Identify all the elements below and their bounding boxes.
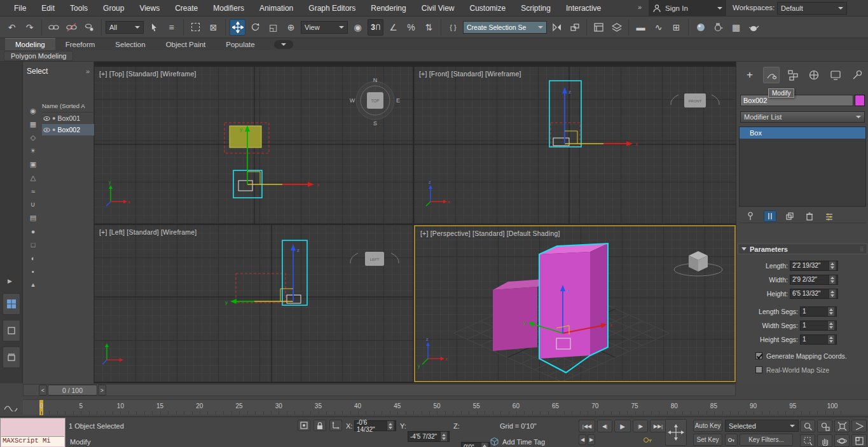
workspace-dropdown[interactable]: Default	[777, 2, 847, 15]
material-editor-icon[interactable]	[692, 19, 708, 36]
z-coord-field[interactable]: 0'0"	[461, 442, 490, 447]
column-header-name[interactable]: Name (Sorted A	[42, 102, 94, 113]
pan-icon[interactable]	[817, 434, 832, 447]
select-and-link-icon[interactable]	[46, 19, 62, 36]
pin-stack-icon[interactable]	[744, 210, 757, 222]
menu-file[interactable]: File	[6, 0, 34, 17]
menu-group[interactable]: Group	[95, 0, 132, 17]
tab-selection[interactable]: Selection	[105, 38, 155, 50]
polygon-modeling-panel[interactable]: Polygon Modeling	[4, 51, 73, 61]
angle-snap-icon[interactable]: ∠	[385, 19, 401, 36]
list-item-box002-selected[interactable]: ● Box002	[42, 124, 94, 135]
viewport-left-label[interactable]: [+] [Left] [Standard] [Wireframe]	[99, 228, 196, 236]
create-tab-icon[interactable]: +	[741, 67, 758, 83]
height-segs-field[interactable]: 1	[800, 334, 837, 345]
real-world-map-size-checkbox[interactable]	[755, 366, 762, 373]
rendered-frame-window-icon[interactable]: ▦	[728, 19, 744, 36]
maximize-viewport-toggle-icon[interactable]	[851, 434, 867, 447]
viewport-top[interactable]: [+] [Top] [Standard] [Wireframe] x y TOP…	[94, 67, 413, 224]
keyable-icon[interactable]	[725, 434, 738, 446]
width-segs-spinner[interactable]	[827, 321, 834, 330]
remove-modifier-icon[interactable]	[803, 210, 816, 222]
display-helpers-icon[interactable]: △	[27, 172, 39, 184]
display-tab-icon[interactable]	[827, 67, 844, 83]
display-xrefs-icon[interactable]: □	[27, 238, 39, 251]
select-and-rotate-icon[interactable]	[247, 19, 263, 36]
toggle-scene-explorer-icon[interactable]	[591, 19, 607, 36]
motion-tab-icon[interactable]	[806, 67, 823, 83]
configure-modifier-sets-icon[interactable]	[823, 210, 836, 222]
maxscript-mini-listener[interactable]: MAXScript Mi	[0, 418, 65, 447]
open-mini-curve-editor-icon[interactable]	[1, 401, 20, 413]
undo-button[interactable]: ↶	[4, 19, 20, 36]
display-spacewarps-icon[interactable]: ≈	[27, 185, 39, 197]
menu-interactive[interactable]: Interactive	[558, 0, 609, 17]
time-configuration-icon[interactable]	[642, 436, 652, 444]
toggle-ribbon-icon[interactable]: ▬	[633, 19, 649, 36]
viewport-front[interactable]: [+] [Front] [Standard] [Wireframe] x z F…	[414, 67, 736, 224]
scene-explorer-collapse[interactable]: »	[86, 67, 90, 75]
key-selection-dropdown[interactable]: Selected	[725, 420, 799, 432]
object-name-field[interactable]: Box002	[740, 95, 853, 106]
tab-freeform[interactable]: Freeform	[55, 38, 106, 50]
display-bones-icon[interactable]: ∪	[27, 198, 39, 210]
previous-frame-button[interactable]: ◀|	[597, 420, 612, 432]
percent-snap-icon[interactable]: %	[403, 19, 419, 36]
width-field[interactable]: 2'9 2/32"	[790, 275, 838, 285]
time-slider-handle[interactable]: 0 / 100	[48, 385, 97, 395]
add-time-tag-button[interactable]: Add Time Tag	[502, 438, 545, 446]
select-object-icon[interactable]	[146, 19, 162, 36]
viewport-perspective-active[interactable]: [+] [Perspective] [Standard] [Default Sh…	[414, 225, 736, 382]
y-coord-field[interactable]: -4'5 7/32"	[408, 431, 450, 442]
hierarchy-tab-icon[interactable]	[785, 67, 801, 83]
set-key-mode-button[interactable]	[665, 419, 687, 446]
zoom-icon[interactable]	[800, 420, 815, 432]
display-half-icon[interactable]: ◐	[27, 252, 39, 264]
reference-coordinate-dropdown[interactable]: View	[301, 21, 348, 34]
go-to-end-button[interactable]: ▶▶|	[650, 420, 666, 432]
redo-button[interactable]: ↷	[22, 19, 38, 36]
utilities-tab-icon[interactable]	[849, 67, 865, 83]
width-spinner[interactable]	[829, 275, 836, 284]
display-cameras-icon[interactable]: ▣	[27, 158, 39, 170]
length-field[interactable]: 2'2 19/32"	[790, 261, 838, 271]
menu-customize[interactable]: Customize	[462, 0, 514, 17]
selection-lock-icon[interactable]	[313, 420, 326, 431]
select-and-move-button[interactable]	[230, 19, 245, 36]
generate-mapping-coords-checkbox[interactable]	[755, 352, 762, 359]
track-bar[interactable]: 0510152025303540455055606570758085909510…	[23, 399, 868, 415]
modifier-list-dropdown[interactable]: Modifier List	[740, 111, 865, 123]
menu-edit[interactable]: Edit	[34, 0, 62, 17]
dock-button-2[interactable]	[3, 320, 20, 341]
play-button[interactable]: ▶	[614, 420, 631, 432]
field-of-view-icon[interactable]	[851, 420, 867, 432]
time-slider-prev-arrow[interactable]: <	[39, 385, 47, 395]
key-filters-button[interactable]: Key Filters...	[740, 434, 793, 446]
tab-modeling[interactable]: Modeling	[5, 38, 55, 50]
render-production-icon[interactable]	[746, 19, 762, 36]
sign-in-button[interactable]: Sign In	[649, 0, 726, 17]
display-materials-icon[interactable]: ●	[27, 225, 39, 237]
viewport-perspective-label[interactable]: [+] [Perspective] [Standard] [Default Sh…	[420, 230, 560, 237]
x-coord-field[interactable]: -0'6 14/32"	[354, 420, 396, 431]
menu-rendering[interactable]: Rendering	[363, 0, 413, 17]
select-and-scale-icon[interactable]: ◱	[265, 19, 281, 36]
set-key-button[interactable]: Set Key	[693, 434, 722, 446]
menu-graph-editors[interactable]: Graph Editors	[301, 0, 363, 17]
zoom-all-icon[interactable]	[817, 420, 832, 432]
schematic-view-icon[interactable]: ⊞	[668, 19, 684, 36]
time-slider-track[interactable]: < 0 / 100 >	[23, 384, 736, 396]
absolute-offset-mode-icon[interactable]	[329, 420, 342, 431]
named-selection-sets-combo[interactable]: Create Selection Se	[463, 21, 547, 34]
show-end-result-icon[interactable]	[764, 210, 776, 222]
window-crossing-icon[interactable]: ⊠	[205, 19, 221, 36]
menu-animation[interactable]: Animation	[252, 0, 301, 17]
select-by-name-icon[interactable]: ≡	[163, 19, 179, 36]
frame-back-arrow[interactable]: ◀	[579, 434, 586, 445]
object-color-swatch[interactable]	[855, 95, 865, 106]
y-spinner[interactable]	[440, 432, 447, 441]
auto-key-button[interactable]: Auto Key	[693, 420, 722, 432]
length-spinner[interactable]	[829, 261, 836, 270]
zoom-region-icon[interactable]	[800, 434, 815, 447]
dock-button-3[interactable]	[3, 347, 20, 368]
